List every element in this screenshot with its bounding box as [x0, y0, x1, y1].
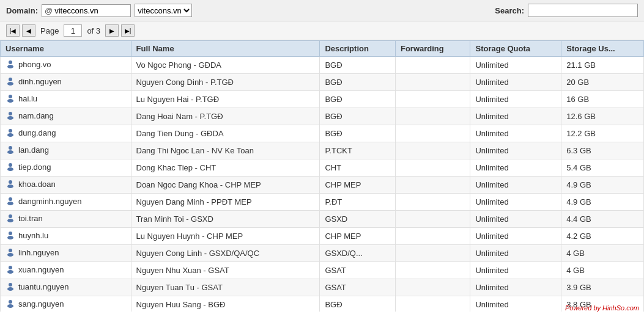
cell-storage-used: 16 GB	[561, 91, 644, 108]
cell-username: xuan.nguyen	[1, 262, 131, 279]
cell-storage-used: 4 GB	[561, 245, 644, 262]
person-icon	[6, 93, 15, 103]
cell-fullname: Tran Minh Toi - GSXD	[131, 211, 320, 228]
person-icon	[6, 179, 15, 189]
svg-point-23	[7, 253, 13, 257]
domain-at-symbol: @	[45, 6, 53, 15]
svg-point-10	[9, 146, 12, 150]
table-row[interactable]: linh.nguyenNguyen Cong Linh - GSXD/QA/QC…	[1, 245, 644, 262]
cell-storage-quota: Unlimited	[470, 296, 561, 312]
domain-input[interactable]	[54, 6, 128, 15]
svg-point-12	[9, 163, 12, 167]
cell-username: phong.vo	[1, 57, 131, 74]
page-label: Page	[40, 26, 59, 35]
col-description[interactable]: Description	[320, 41, 396, 57]
svg-point-2	[9, 78, 12, 81]
cell-forwarding	[395, 142, 470, 159]
cell-storage-used: 6.3 GB	[561, 142, 644, 159]
table-row[interactable]: nam.dangDang Hoai Nam - P.TGĐBGĐUnlimite…	[1, 108, 644, 125]
table-row[interactable]: tiep.dongDong Khac Tiep - CHTCHTUnlimite…	[1, 159, 644, 177]
cell-description: P.ĐT	[320, 194, 396, 211]
cell-description: GSAT	[320, 279, 396, 296]
cell-storage-quota: Unlimited	[470, 57, 561, 74]
cell-storage-quota: Unlimited	[470, 125, 561, 142]
cell-fullname: Nguyen Cong Linh - GSXD/QA/QC	[131, 245, 320, 262]
cell-storage-quota: Unlimited	[470, 228, 561, 245]
svg-point-21	[7, 236, 13, 239]
svg-point-22	[9, 249, 12, 252]
table-row[interactable]: phong.voVo Ngoc Phong - GĐDABGĐUnlimited…	[1, 57, 644, 74]
cell-username: toi.tran	[1, 211, 131, 228]
person-icon	[6, 265, 15, 274]
next-page-button[interactable]: ▶	[105, 24, 119, 37]
person-icon	[6, 59, 15, 69]
search-input[interactable]	[528, 4, 638, 17]
last-page-button[interactable]: ▶|	[121, 24, 135, 37]
table-row[interactable]: huynh.luLu Nguyen Huynh - CHP MEPCHP MEP…	[1, 228, 644, 245]
table-row[interactable]: tuantu.nguyenNguyen Tuan Tu - GSATGSATUn…	[1, 279, 644, 296]
table-row[interactable]: hai.luLu Nguyen Hai - P.TGĐBGĐUnlimited1…	[1, 91, 644, 108]
cell-username: hai.lu	[1, 91, 131, 108]
cell-fullname: Nguyen Dang Minh - PPĐT MEP	[131, 194, 320, 211]
table-row[interactable]: xuan.nguyenNguyen Nhu Xuan - GSATGSATUnl…	[1, 262, 644, 279]
person-icon	[6, 128, 15, 137]
cell-storage-quota: Unlimited	[470, 91, 561, 108]
cell-fullname: Nguyen Nhu Xuan - GSAT	[131, 262, 320, 279]
table-row[interactable]: dung.dangDang Tien Dung - GĐDABGĐUnlimit…	[1, 125, 644, 142]
table-row[interactable]: sang.nguyenNguyen Huu Sang - BGĐBGĐUnlim…	[1, 296, 644, 312]
cell-username: dinh.nguyen	[1, 74, 131, 91]
svg-point-24	[9, 266, 12, 269]
domain-label: Domain:	[6, 6, 38, 15]
col-username[interactable]: Username	[1, 41, 131, 57]
cell-forwarding	[395, 245, 470, 262]
col-fullname[interactable]: Full Name	[131, 41, 320, 57]
table-row[interactable]: dinh.nguyenNguyen Cong Dinh - P.TGĐBGĐUn…	[1, 74, 644, 91]
cell-forwarding	[395, 125, 470, 142]
cell-storage-used: 4 GB	[561, 262, 644, 279]
person-icon	[6, 213, 15, 223]
svg-point-27	[7, 287, 13, 291]
col-storage-quota[interactable]: Storage Quota	[470, 41, 561, 57]
page-number-input[interactable]	[64, 24, 82, 37]
first-page-button[interactable]: |◀	[6, 24, 20, 37]
cell-storage-quota: Unlimited	[470, 177, 561, 194]
person-icon	[6, 247, 15, 257]
cell-storage-quota: Unlimited	[470, 194, 561, 211]
pagination-bar: |◀ ◀ Page of 3 ▶ ▶|	[0, 21, 644, 40]
cell-description: BGĐ	[320, 57, 396, 74]
cell-username: linh.nguyen	[1, 245, 131, 262]
domain-section: Domain: @ viteccons.vn	[6, 4, 192, 17]
prev-page-button[interactable]: ◀	[22, 24, 35, 37]
person-icon	[6, 299, 15, 309]
svg-point-29	[7, 304, 13, 308]
table-row[interactable]: dangminh.nguyenNguyen Dang Minh - PPĐT M…	[1, 194, 644, 211]
cell-storage-used: 4.4 GB	[561, 211, 644, 228]
cell-description: BGĐ	[320, 108, 396, 125]
cell-fullname: Vo Ngoc Phong - GĐDA	[131, 57, 320, 74]
cell-fullname: Dang Hoai Nam - P.TGĐ	[131, 108, 320, 125]
cell-forwarding	[395, 74, 470, 91]
cell-storage-quota: Unlimited	[470, 159, 561, 177]
cell-forwarding	[395, 262, 470, 279]
svg-point-4	[9, 95, 12, 98]
cell-description: BGĐ	[320, 296, 396, 312]
col-forwarding[interactable]: Forwarding	[395, 41, 470, 57]
cell-description: CHT	[320, 159, 396, 177]
cell-forwarding	[395, 159, 470, 177]
svg-point-6	[9, 112, 12, 115]
cell-storage-quota: Unlimited	[470, 108, 561, 125]
cell-username: dangminh.nguyen	[1, 194, 131, 211]
svg-point-19	[7, 219, 13, 222]
table-row[interactable]: toi.tranTran Minh Toi - GSXDGSXDUnlimite…	[1, 211, 644, 228]
cell-fullname: Nguyen Tuan Tu - GSAT	[131, 279, 320, 296]
cell-description: CHP MEP	[320, 177, 396, 194]
svg-point-15	[7, 184, 13, 188]
cell-fullname: Dang Tien Dung - GĐDA	[131, 125, 320, 142]
table-row[interactable]: lan.dangDang Thi Ngoc Lan - NV Ke ToanP.…	[1, 142, 644, 159]
domain-dropdown[interactable]: viteccons.vn	[135, 4, 192, 17]
cell-storage-used: 20 GB	[561, 74, 644, 91]
table-row[interactable]: khoa.doanDoan Ngoc Dang Khoa - CHP MEPCH…	[1, 177, 644, 194]
cell-storage-used: 21.1 GB	[561, 57, 644, 74]
col-storage-used[interactable]: Storage Us...	[561, 41, 644, 57]
svg-point-5	[7, 99, 13, 103]
